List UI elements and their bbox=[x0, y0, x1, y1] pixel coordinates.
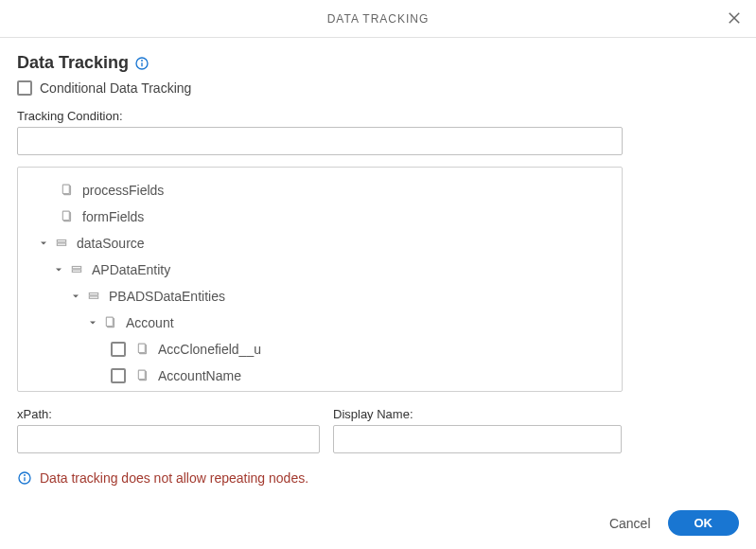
svg-rect-14 bbox=[89, 296, 97, 298]
dialog-footer: Cancel OK bbox=[609, 510, 739, 536]
section-title-row: Data Tracking bbox=[17, 53, 739, 73]
chevron-down-icon[interactable] bbox=[52, 263, 65, 276]
tree-node-accountname[interactable]: AccountName bbox=[26, 363, 614, 389]
info-icon bbox=[17, 470, 32, 486]
chevron-down-icon[interactable] bbox=[37, 237, 50, 250]
svg-rect-9 bbox=[57, 240, 65, 242]
svg-rect-6 bbox=[62, 185, 69, 193]
displayname-label: Display Name: bbox=[333, 407, 622, 421]
tracking-condition-input[interactable] bbox=[17, 127, 623, 155]
folder-icon bbox=[86, 289, 101, 304]
dialog-title: DATA TRACKING bbox=[327, 12, 430, 26]
tree-checkbox[interactable] bbox=[111, 342, 126, 357]
document-icon bbox=[135, 368, 150, 383]
xpath-input[interactable] bbox=[17, 425, 320, 453]
conditional-checkbox-label: Conditional Data Tracking bbox=[40, 80, 191, 96]
warning-text: Data tracking does not allow repeating n… bbox=[40, 470, 308, 486]
document-icon bbox=[103, 315, 118, 330]
tree-panel: processFields formFields dataSource bbox=[17, 167, 623, 392]
displayname-column: Display Name: bbox=[333, 407, 622, 453]
document-icon bbox=[60, 209, 75, 224]
section-title: Data Tracking bbox=[17, 53, 129, 73]
tree-node-label: APDataEntity bbox=[92, 262, 170, 277]
tree-node-accclonefield[interactable]: AccClonefield__u bbox=[26, 336, 614, 363]
svg-rect-11 bbox=[72, 267, 80, 269]
dialog-header: DATA TRACKING bbox=[0, 0, 756, 38]
svg-rect-10 bbox=[57, 243, 65, 245]
svg-rect-8 bbox=[62, 211, 69, 220]
svg-rect-16 bbox=[106, 317, 113, 326]
conditional-checkbox[interactable] bbox=[17, 80, 32, 96]
svg-rect-12 bbox=[72, 270, 80, 272]
tree-node-label: formFields bbox=[82, 209, 144, 224]
bottom-fields: xPath: Display Name: bbox=[17, 407, 623, 453]
tree-node-label: Account bbox=[126, 315, 174, 330]
tree-node-label: AccountName bbox=[158, 368, 241, 383]
folder-icon bbox=[69, 262, 84, 277]
warning-row: Data tracking does not allow repeating n… bbox=[17, 470, 739, 486]
tree-checkbox[interactable] bbox=[111, 368, 126, 383]
document-icon bbox=[135, 342, 150, 357]
svg-point-23 bbox=[25, 475, 26, 476]
svg-rect-18 bbox=[138, 344, 145, 352]
xpath-label: xPath: bbox=[17, 407, 320, 421]
tree-node-pbadsdataentities[interactable]: PBADSDataEntities bbox=[26, 283, 614, 310]
displayname-input[interactable] bbox=[333, 425, 622, 453]
tree-node-label: dataSource bbox=[77, 236, 145, 251]
tree-node-formfields[interactable]: formFields bbox=[26, 204, 614, 230]
tree-node-processfields[interactable]: processFields bbox=[26, 177, 614, 204]
chevron-down-icon[interactable] bbox=[86, 316, 99, 329]
xpath-column: xPath: bbox=[17, 407, 320, 453]
tracking-condition-label: Tracking Condition: bbox=[17, 109, 739, 123]
tree-node-account[interactable]: Account bbox=[26, 310, 614, 336]
cancel-button[interactable]: Cancel bbox=[609, 516, 651, 531]
svg-rect-20 bbox=[138, 370, 145, 379]
tree-node-datasource[interactable]: dataSource bbox=[26, 230, 614, 257]
folder-icon bbox=[54, 236, 69, 251]
info-icon[interactable] bbox=[134, 56, 149, 71]
document-icon bbox=[60, 183, 75, 198]
conditional-checkbox-row: Conditional Data Tracking bbox=[17, 80, 739, 96]
tree-node-apdataentity[interactable]: APDataEntity bbox=[26, 257, 614, 283]
close-icon[interactable] bbox=[726, 9, 745, 28]
tree-node-label: processFields bbox=[82, 183, 164, 198]
ok-button[interactable]: OK bbox=[668, 510, 740, 536]
chevron-down-icon[interactable] bbox=[69, 290, 82, 303]
tree-node-label: PBADSDataEntities bbox=[109, 289, 225, 304]
svg-rect-13 bbox=[89, 293, 97, 295]
dialog-body: Data Tracking Conditional Data Tracking … bbox=[0, 38, 756, 486]
svg-point-4 bbox=[142, 60, 143, 61]
tree-node-label: AccClonefield__u bbox=[158, 342, 261, 357]
